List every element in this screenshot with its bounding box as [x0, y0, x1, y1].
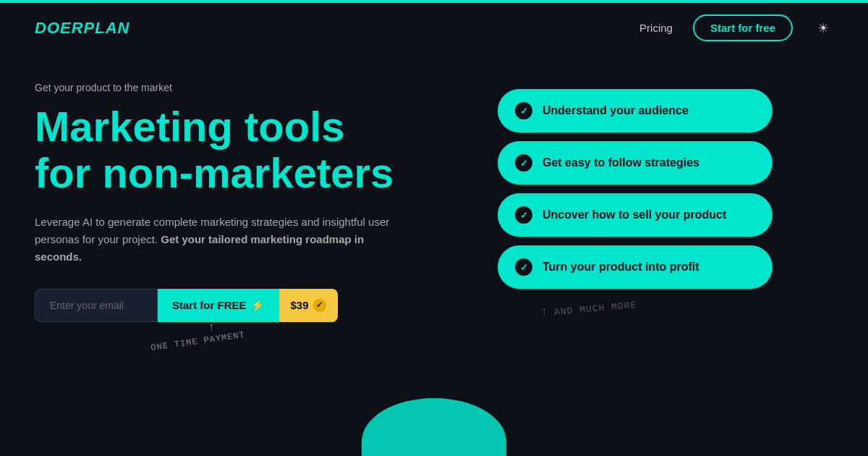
feature-pill-2[interactable]: Get easy to follow strategies — [498, 141, 773, 185]
right-section: Understand your audience Get easy to fol… — [498, 82, 773, 318]
check-icon-4 — [515, 258, 532, 276]
headline-line1: Marketing tools — [35, 103, 345, 150]
check-icon-3 — [515, 206, 532, 224]
left-section: Get your product to the market Marketing… — [35, 82, 454, 347]
feature-pill-1[interactable]: Understand your audience — [498, 89, 773, 132]
nav-start-free-button[interactable]: Start for free — [693, 14, 793, 41]
hero-subtitle: Get your product to the market — [35, 82, 454, 93]
feature-label-1: Understand your audience — [542, 104, 689, 117]
navbar: DOERPLAN Pricing Start for free ☀ — [0, 3, 868, 53]
feature-label-3: Uncover how to sell your product — [542, 208, 726, 221]
logo: DOERPLAN — [35, 19, 129, 38]
bottom-decorative-shape — [362, 398, 506, 456]
start-free-button[interactable]: Start for FREE ⚡ — [158, 289, 279, 322]
feature-pill-3[interactable]: Uncover how to sell your product — [498, 193, 773, 237]
price-badge-button[interactable]: $39 ✓ — [279, 289, 338, 322]
hero-description: Leverage AI to generate complete marketi… — [35, 214, 396, 266]
hero-headline: Marketing tools for non-marketers — [35, 104, 454, 196]
more-arrow: ↑ — [541, 305, 547, 318]
feature-label-4: Turn your product into profit — [542, 261, 699, 274]
annotation-text: ONE TIME PAYMENT — [150, 330, 246, 353]
check-icon-2 — [515, 154, 532, 172]
annotation-arrow: ↑ — [208, 321, 214, 334]
theme-toggle-button[interactable]: ☀ — [813, 18, 833, 38]
cta-label: Start for FREE — [172, 299, 247, 311]
email-input[interactable] — [35, 289, 158, 322]
cta-row: Start for FREE ⚡ $39 ✓ — [35, 289, 454, 322]
annotation-container: ↑ ONE TIME PAYMENT — [150, 334, 454, 347]
nav-right: Pricing Start for free ☀ — [639, 14, 833, 41]
price-check-icon: ✓ — [313, 299, 326, 312]
feature-pill-4[interactable]: Turn your product into profit — [498, 245, 773, 289]
lightning-icon: ⚡ — [251, 299, 265, 312]
sun-icon: ☀ — [817, 20, 829, 36]
more-text: AND MUCH MORE — [554, 300, 637, 318]
nav-pricing-link[interactable]: Pricing — [639, 22, 673, 34]
main-content: Get your product to the market Marketing… — [0, 53, 868, 347]
more-annotation: ↑ AND MUCH MORE — [541, 303, 773, 318]
feature-label-2: Get easy to follow strategies — [542, 156, 699, 169]
headline-line2: for non-marketers — [35, 149, 393, 196]
price-label: $39 — [291, 299, 309, 311]
check-icon-1 — [515, 102, 532, 119]
